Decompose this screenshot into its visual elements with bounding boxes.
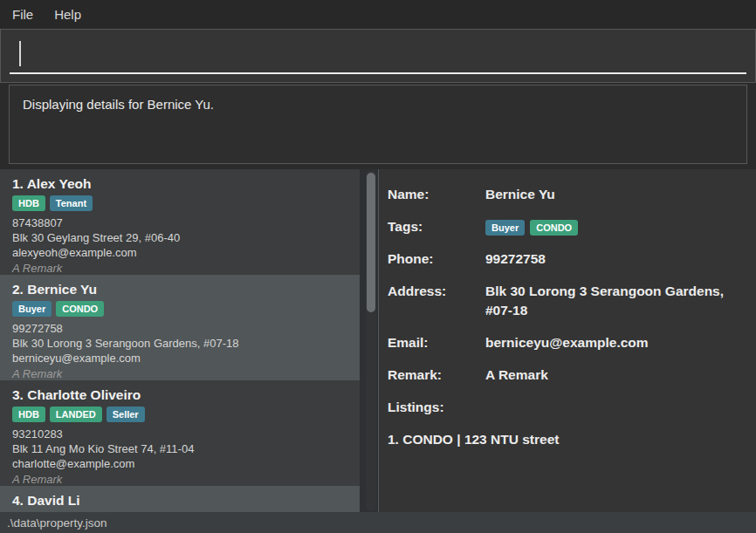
detail-row: Tags:BuyerCONDO [388, 217, 744, 236]
listing-item: 1. CONDO | 123 NTU street [388, 430, 744, 449]
person-card[interactable]: 1. Alex YeohHDBTenant87438807Blk 30 Geyl… [0, 169, 360, 275]
tag-badge: Buyer [485, 220, 525, 236]
list-scrollbar[interactable] [366, 170, 376, 511]
detail-label: Remark: [388, 366, 485, 385]
menu-item-help[interactable]: Help [54, 7, 81, 22]
person-remark: A Remark [12, 472, 347, 486]
tag-badge: LANDED [50, 407, 102, 422]
detail-row: Name:Bernice Yu [388, 185, 744, 204]
detail-value: Blk 30 Lorong 3 Serangoon Gardens, #07-1… [485, 282, 744, 320]
menu-bar: File Help [0, 0, 756, 29]
detail-value: 99272758 [485, 249, 744, 269]
detail-value: A Remark [485, 366, 744, 385]
person-card[interactable]: 3. Charlotte OliveiroHDBLANDEDSeller9321… [0, 380, 360, 486]
detail-row: Email:berniceyu@example.com [388, 333, 744, 352]
tag-badge: CONDO [530, 220, 578, 236]
command-box-pane [0, 29, 756, 83]
person-list: 1. Alex YeohHDBTenant87438807Blk 30 Geyl… [0, 169, 360, 512]
detail-row: Remark:A Remark [388, 366, 744, 385]
person-name: 2. Bernice Yu [12, 281, 347, 298]
detail-value [485, 398, 744, 417]
scrollbar-thumb[interactable] [367, 173, 375, 312]
person-list-panel: 1. Alex YeohHDBTenant87438807Blk 30 Geyl… [0, 169, 378, 512]
detail-row: Address:Blk 30 Lorong 3 Serangoon Garden… [388, 282, 744, 320]
person-tags: BuyerCONDO [12, 301, 347, 317]
tag-badge: HDB [12, 407, 45, 422]
person-address: Blk 30 Geylang Street 29, #06-40 [12, 230, 347, 245]
tag-badge: Tenant [50, 195, 93, 211]
tag-badge: Buyer [12, 301, 52, 317]
person-email: charlotte@example.com [12, 456, 347, 471]
person-address: Blk 11 Ang Mo Kio Street 74, #11-04 [12, 441, 347, 456]
command-input[interactable] [10, 35, 746, 74]
text-cursor-caret [19, 41, 21, 66]
detail-tags: BuyerCONDO [485, 217, 744, 236]
person-phone: 99272758 [12, 321, 347, 336]
tag-badge: Seller [107, 407, 145, 422]
person-phone: 93210283 [12, 427, 347, 441]
detail-value: Bernice Yu [485, 185, 744, 204]
detail-label: Email: [388, 333, 485, 352]
result-display: Displaying details for Bernice Yu. [9, 85, 747, 164]
detail-label: Address: [388, 282, 485, 320]
main-split: 1. Alex YeohHDBTenant87438807Blk 30 Geyl… [0, 169, 756, 512]
person-details-panel: Name:Bernice YuTags:BuyerCONDOPhone:9927… [378, 169, 756, 512]
detail-row: Listings: [388, 398, 744, 417]
detail-label: Tags: [388, 217, 485, 236]
person-address: Blk 30 Lorong 3 Serangoon Gardens, #07-1… [12, 336, 347, 351]
menu-item-file[interactable]: File [12, 7, 33, 22]
person-card[interactable]: 2. Bernice YuBuyerCONDO99272758Blk 30 Lo… [0, 275, 360, 380]
person-card[interactable]: 4. David Li [0, 486, 360, 512]
tag-badge: HDB [12, 195, 45, 211]
result-display-text: Displaying details for Bernice Yu. [23, 97, 214, 112]
detail-label: Listings: [388, 398, 485, 417]
save-location-label: .\data\property.json [7, 516, 107, 530]
person-remark: A Remark [12, 366, 347, 380]
detail-value: berniceyu@example.com [485, 333, 744, 352]
detail-row: Phone:99272758 [388, 249, 744, 269]
person-name: 3. Charlotte Oliveiro [12, 386, 347, 404]
person-phone: 87438807 [12, 215, 347, 230]
person-tags: HDBLANDEDSeller [12, 407, 347, 422]
person-tags: HDBTenant [12, 195, 347, 211]
detail-label: Name: [388, 185, 485, 204]
person-email: alexyeoh@example.com [12, 245, 347, 260]
tag-badge: CONDO [56, 301, 104, 317]
app-window: File Help Displaying details for Bernice… [0, 0, 756, 533]
person-name: 1. Alex Yeoh [12, 175, 347, 193]
person-email: berniceyu@example.com [12, 351, 347, 366]
status-bar: .\data\property.json [0, 512, 756, 533]
detail-label: Phone: [388, 249, 485, 269]
person-remark: A Remark [12, 261, 347, 275]
person-name: 4. David Li [12, 492, 347, 509]
